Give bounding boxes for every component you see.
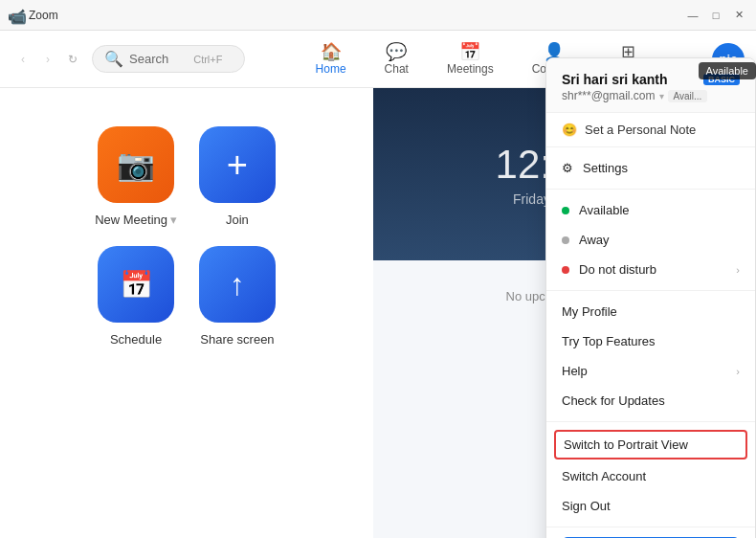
personal-note-label: Set a Personal Note: [585, 123, 696, 137]
help-chevron-icon: ›: [736, 366, 740, 377]
forward-button[interactable]: ›: [36, 48, 59, 71]
switch-account-label: Switch Account: [562, 469, 646, 483]
settings-label: Settings: [583, 161, 628, 175]
join-label: Join: [226, 213, 249, 227]
check-updates-item[interactable]: Check for Updates: [546, 386, 755, 415]
basic-badge: BASIC: [703, 74, 740, 85]
tab-chat[interactable]: 💬 Chat: [367, 37, 426, 81]
share-screen-icon-btn: ↑: [199, 246, 276, 323]
available-badge-small: Avail...: [668, 90, 708, 102]
dnd-label: Do not disturb: [579, 262, 656, 277]
email-arrow-icon: ▾: [659, 91, 664, 101]
personal-note-item[interactable]: 😊 Set a Personal Note: [546, 113, 755, 147]
close-button[interactable]: ✕: [729, 6, 748, 25]
search-bar[interactable]: 🔍 Search Ctrl+F: [92, 45, 245, 73]
profile-section: My Profile Try Top Features Help › Check…: [546, 291, 755, 422]
help-item[interactable]: Help ›: [546, 356, 755, 386]
schedule-label: Schedule: [110, 332, 162, 347]
action-grid: 📷 New Meeting ▾ + Join 📅 Schedule: [95, 126, 278, 347]
window-controls: — □ ✕: [683, 6, 748, 25]
help-label: Help: [562, 364, 588, 378]
share-screen-label: Share screen: [200, 332, 274, 347]
status-section: Available Away Do not disturb ›: [546, 190, 755, 291]
dropdown-header: Sri hari sri kanth BASIC shr***@gmail.co…: [546, 58, 755, 113]
new-meeting-label: New Meeting ▾: [95, 213, 177, 227]
sign-out-item[interactable]: Sign Out: [546, 491, 755, 521]
title-bar: 📹 Zoom — □ ✕: [0, 0, 756, 31]
switch-portrait-item[interactable]: Switch to Portrait View: [554, 430, 747, 460]
action-join[interactable]: + Join: [196, 126, 278, 227]
status-available-item[interactable]: Available: [546, 195, 755, 225]
app-title: Zoom: [29, 9, 58, 22]
top-features-label: Try Top Features: [562, 334, 656, 348]
title-bar-left: 📹 Zoom: [8, 8, 58, 23]
settings-gear-icon: ⚙: [562, 161, 573, 175]
back-button[interactable]: ‹: [11, 48, 34, 71]
available-status-dot: [562, 207, 569, 214]
search-shortcut: Ctrl+F: [193, 54, 222, 65]
dnd-chevron-icon: ›: [736, 264, 740, 276]
tab-home[interactable]: 🏠 Home: [299, 37, 364, 81]
dnd-status-dot: [562, 266, 569, 274]
app-icon: 📹: [8, 8, 23, 23]
dropdown-email-row: shr***@gmail.com ▾ Avail...: [562, 89, 740, 102]
dropdown-menu: Sri hari sri kanth BASIC shr***@gmail.co…: [545, 57, 756, 538]
available-label: Available: [579, 203, 630, 217]
away-status-dot: [562, 236, 569, 244]
nav-arrows: ‹ › ↻: [11, 48, 84, 71]
settings-section: ⚙ Settings: [546, 147, 755, 190]
dropdown-username: Sri hari sri kanth: [562, 72, 667, 87]
top-features-item[interactable]: Try Top Features: [546, 326, 755, 356]
tab-meetings[interactable]: 📅 Meetings: [430, 37, 511, 81]
personal-note-emoji: 😊: [562, 123, 577, 137]
my-profile-item[interactable]: My Profile: [546, 297, 755, 326]
search-icon: 🔍: [104, 50, 123, 68]
check-updates-label: Check for Updates: [562, 393, 665, 408]
settings-item[interactable]: ⚙ Settings: [546, 153, 755, 183]
refresh-button[interactable]: ↻: [61, 48, 84, 71]
join-icon-btn: +: [199, 126, 276, 203]
action-new-meeting[interactable]: 📷 New Meeting ▾: [95, 126, 177, 227]
tab-home-label: Home: [316, 62, 346, 76]
action-schedule[interactable]: 📅 Schedule: [95, 246, 177, 347]
my-profile-label: My Profile: [562, 304, 617, 319]
home-icon: 🏠: [321, 43, 342, 60]
away-label: Away: [579, 233, 610, 247]
status-dnd-item[interactable]: Do not disturb ›: [546, 255, 755, 284]
minimize-button[interactable]: —: [683, 6, 702, 25]
home-panel: 📷 New Meeting ▾ + Join 📅 Schedule: [0, 88, 373, 538]
new-meeting-icon-btn: 📷: [98, 126, 174, 203]
switch-section: Switch to Portrait View Switch Account S…: [546, 422, 755, 527]
dropdown-email: shr***@gmail.com: [562, 89, 656, 102]
schedule-icon-btn: 📅: [98, 246, 174, 323]
chat-icon: 💬: [386, 43, 407, 60]
search-label: Search: [129, 52, 168, 66]
tab-meetings-label: Meetings: [447, 62, 494, 76]
tab-chat-label: Chat: [385, 62, 409, 76]
meetings-icon: 📅: [459, 43, 480, 60]
switch-account-item[interactable]: Switch Account: [546, 461, 755, 491]
maximize-button[interactable]: □: [706, 6, 725, 25]
switch-portrait-label: Switch to Portrait View: [564, 437, 688, 452]
action-share-screen[interactable]: ↑ Share screen: [196, 246, 278, 347]
sign-out-label: Sign Out: [562, 499, 611, 513]
status-away-item[interactable]: Away: [546, 225, 755, 255]
